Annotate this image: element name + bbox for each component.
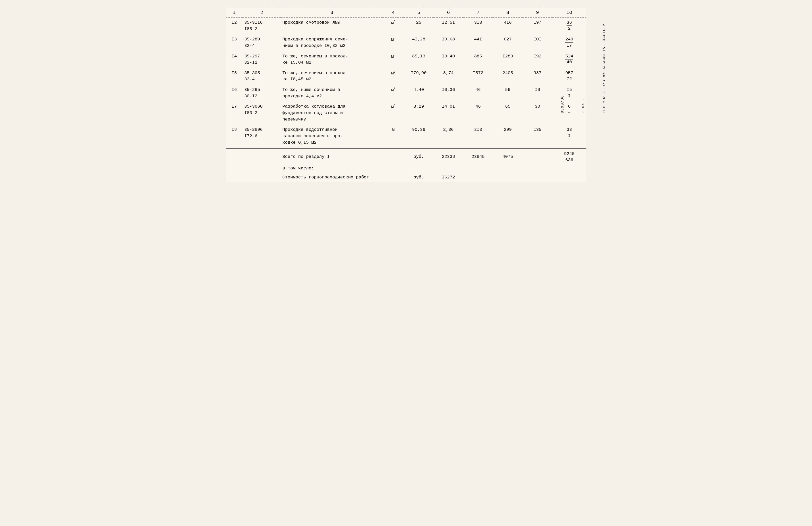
row-id: I6: [226, 85, 243, 101]
row-col6: I4,OI: [434, 101, 463, 125]
row-col5: 85,I3: [404, 51, 433, 68]
total-row-1: Всего по разделу Iруб.223382384540759248…: [226, 149, 586, 164]
col-header-7: 7: [463, 8, 493, 17]
row-col8: 299: [493, 125, 523, 148]
row-code: 35-297 32-I2: [243, 51, 281, 68]
row-col10: 33I: [552, 125, 586, 148]
row-col7: 44I: [463, 34, 493, 51]
row-col5: 4,40: [404, 85, 433, 101]
row-code: 35-3060 I83-2: [243, 101, 281, 125]
row-col8: 65: [493, 101, 523, 125]
row-id: I4: [226, 51, 243, 68]
row-unit: м3: [383, 34, 404, 51]
row-unit: м: [383, 125, 404, 148]
side-label-middle: - 64 -: [581, 23, 586, 113]
total-col6-2: I6272: [434, 173, 463, 182]
total-row-3: Стоимость горнопроходческих работруб.I62…: [226, 173, 586, 182]
total-col7: 23845: [463, 149, 493, 164]
row-description: То же, сечением в проход- ке I8,45 м2: [281, 68, 383, 85]
row-col7: 2I3: [463, 125, 493, 148]
col-header-8: 8: [493, 8, 523, 17]
row-code: 35-265 30-I2: [243, 85, 281, 101]
row-id: I5: [226, 68, 243, 85]
col-header-9: 9: [523, 8, 552, 17]
row-code: 35-3II6 I85-2: [243, 17, 281, 34]
row-col8: 2405: [493, 68, 523, 85]
row-col5: 4I,28: [404, 34, 433, 51]
row-col8: I283: [493, 51, 523, 68]
row-description: Проходка водоотливной канавки сечением в…: [281, 125, 383, 148]
row-col6: I0,68: [434, 34, 463, 51]
row-col6: I0,36: [434, 85, 463, 101]
row-col9: IOI: [523, 34, 552, 51]
main-table: I 2 3 4 5 6 7 8 9 IO I235-3II6 I85-2Прох…: [226, 8, 586, 182]
row-id: I3: [226, 34, 243, 51]
col-header-2: 2: [243, 8, 281, 17]
row-col6: 8,74: [434, 68, 463, 85]
row-col5: 3,29: [404, 101, 433, 125]
row-col6: I0,40: [434, 51, 463, 68]
row-unit: м3: [383, 51, 404, 68]
total-currency-2: руб.: [404, 173, 433, 182]
row-col5: 90,36: [404, 125, 433, 148]
table-row: I535-305 33-4То же, сечением в проход- к…: [226, 68, 586, 85]
table-header-row: I 2 3 4 5 6 7 8 9 IO: [226, 8, 586, 17]
row-unit: м3: [383, 101, 404, 125]
row-col8: 627: [493, 34, 523, 51]
row-description: Проходка смотровой ямы: [281, 17, 383, 34]
total-col6: 22338: [434, 149, 463, 164]
row-col7: I572: [463, 68, 493, 85]
table-row: I235-3II6 I85-2Проходка смотровой ямым32…: [226, 17, 586, 34]
row-unit: м3: [383, 85, 404, 101]
row-description: Разработка котлована для фундаментов под…: [281, 101, 383, 125]
row-id: I2: [226, 17, 243, 34]
row-col6: I2,5I: [434, 17, 463, 34]
table-row: I635-265 30-I2То же, ниши сечением в про…: [226, 85, 586, 101]
page-wrapper: ТПР У03-3-073 86 АЛЬБОМ IV. ЧАСТЬ 5 - 64…: [226, 8, 586, 182]
total-label-3: Стоимость горнопроходческих работ: [281, 173, 383, 182]
row-description: То же, ниши сечением в проходке 4,4 м2: [281, 85, 383, 101]
total-col10: 9248636: [552, 149, 586, 164]
row-col8: 4I6: [493, 17, 523, 34]
total-label-1: Всего по разделу I: [281, 149, 383, 164]
row-id: I7: [226, 101, 243, 125]
col-header-3: 3: [281, 8, 383, 17]
row-description: Проходка сопряжения сече- нием в проходк…: [281, 34, 383, 51]
row-unit: м3: [383, 17, 404, 34]
row-col5: I79,90: [404, 68, 433, 85]
side-label-bottom: 9390/86: [560, 23, 565, 113]
row-description: То же, сечением в проход- ке I5,04 м2: [281, 51, 383, 68]
table-row: I335-289 32-4Проходка сопряжения сече- н…: [226, 34, 586, 51]
col-header-6: 6: [434, 8, 463, 17]
row-col9: 387: [523, 68, 552, 85]
row-col7: 46: [463, 101, 493, 125]
row-id: I8: [226, 125, 243, 148]
total-currency-1: руб.: [404, 149, 433, 164]
col-header-10: IO: [552, 8, 586, 17]
col-header-5: 5: [404, 8, 433, 17]
row-unit: м3: [383, 68, 404, 85]
row-col9: I8: [523, 85, 552, 101]
total-row-2: в том числе:: [226, 164, 586, 173]
row-col6: 2,36: [434, 125, 463, 148]
row-code: 35-289 32-4: [243, 34, 281, 51]
row-col7: 46: [463, 85, 493, 101]
table-row: I735-3060 I83-2Разработка котлована для …: [226, 101, 586, 125]
row-col9: I35: [523, 125, 552, 148]
col-header-1: I: [226, 8, 243, 17]
side-label-top: ТПР У03-3-073 86 АЛЬБОМ IV. ЧАСТЬ 5: [601, 23, 607, 113]
side-text-panel: ТПР У03-3-073 86 АЛЬБОМ IV. ЧАСТЬ 5 - 64…: [560, 23, 607, 113]
row-col7: 3I3: [463, 17, 493, 34]
row-col9: I97: [523, 17, 552, 34]
total-col8: 4075: [493, 149, 523, 164]
row-col5: 25: [404, 17, 433, 34]
col-header-4: 4: [383, 8, 404, 17]
row-col9: I92: [523, 51, 552, 68]
row-code: 35-305 33-4: [243, 68, 281, 85]
row-col9: 30: [523, 101, 552, 125]
total-label-2: в том числе:: [281, 164, 383, 173]
table-row: I835-2896 I72-6Проходка водоотливной кан…: [226, 125, 586, 148]
row-code: 35-2896 I72-6: [243, 125, 281, 148]
table-row: I435-297 32-I2То же, сечением в проход- …: [226, 51, 586, 68]
row-col7: 885: [463, 51, 493, 68]
